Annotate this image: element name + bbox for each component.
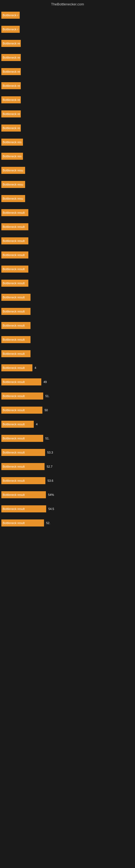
bar-row: Bottleneck result52.7 [1, 461, 132, 472]
bar-label: Bottleneck re [1, 96, 21, 103]
bar-label: Bottleneck result [1, 209, 28, 216]
bar-label: Bottleneck resu [1, 195, 25, 202]
page-header: TheBottlenecker.com [0, 0, 135, 7]
bar-label: Bottleneck res [1, 153, 23, 160]
bar-value: 51. [44, 437, 49, 440]
bar-row: Bottleneck re [1, 52, 132, 63]
bar-label: Bottleneck result [1, 449, 45, 456]
bar-label: Bottleneck result [1, 364, 32, 371]
bar-row: Bottleneck result51. [1, 391, 132, 401]
bar-row: Bottleneck result [1, 250, 132, 260]
bar-label: Bottleneck result [1, 280, 28, 287]
bar-value: 53.6 [46, 479, 53, 482]
bar-value: 50 [43, 408, 48, 412]
bar-label: Bottleneck result [1, 251, 28, 258]
bar-label: Bottleneck re [1, 54, 21, 61]
bar-row: Bottleneck result52. [1, 518, 132, 528]
bar-row: Bottleneck re [1, 38, 132, 49]
bar-label: Bottleneck resu [1, 167, 25, 174]
bar-row: Bottleneck resu [1, 193, 132, 204]
bar-row: Bottleneck result53.6 [1, 475, 132, 486]
bar-label: Bottleneck result [1, 421, 34, 428]
bar-row: Bottleneck result [1, 306, 132, 316]
bar-row: Bottleneck re [1, 66, 132, 77]
bar-label: Bottleneck result [1, 237, 28, 244]
bar-value: 53.3 [46, 451, 53, 454]
bar-row: Bottleneck result53.3 [1, 447, 132, 458]
bar-row: Bottleneck result [1, 292, 132, 303]
bar-label: Bottleneck r [1, 12, 20, 19]
bar-label: Bottleneck re [1, 82, 21, 89]
bar-row: Bottleneck resu [1, 179, 132, 190]
bar-label: Bottleneck result [1, 266, 28, 273]
bar-label: Bottleneck re [1, 68, 21, 75]
bar-value: 52. [45, 521, 50, 525]
bar-label: Bottleneck result [1, 322, 31, 329]
bar-row: Bottleneck result4 [1, 363, 132, 373]
bar-label: Bottleneck result [1, 491, 46, 498]
bar-row: Bottleneck re [1, 109, 132, 119]
bar-row: Bottleneck result50 [1, 405, 132, 415]
bar-label: Bottleneck result [1, 294, 31, 301]
bar-row: Bottleneck re [1, 123, 132, 133]
bar-label: Bottleneck r [1, 26, 20, 33]
bar-label: Bottleneck re [1, 40, 21, 47]
bar-label: Bottleneck result [1, 336, 31, 343]
bar-label: Bottleneck result [1, 407, 42, 414]
bar-row: Bottleneck result [1, 264, 132, 274]
bar-value: 51. [44, 394, 49, 398]
bar-label: Bottleneck result [1, 223, 28, 230]
bar-row: Bottleneck result [1, 335, 132, 345]
bar-label: Bottleneck result [1, 463, 45, 470]
bar-label: Bottleneck resu [1, 181, 25, 188]
bar-row: Bottleneck result [1, 236, 132, 246]
bar-row: Bottleneck res [1, 137, 132, 147]
bar-row: Bottleneck resu [1, 165, 132, 176]
bar-row: Bottleneck re [1, 95, 132, 105]
bar-row: Bottleneck result [1, 208, 132, 218]
bar-row: Bottleneck re [1, 81, 132, 91]
bar-label: Bottleneck result [1, 477, 45, 484]
bar-label: Bottleneck re [1, 111, 21, 118]
bar-row: Bottleneck result [1, 222, 132, 232]
bar-value: 54% [47, 493, 54, 496]
bar-row: Bottleneck result51. [1, 433, 132, 443]
chart-container: Bottleneck rBottleneck rBottleneck reBot… [0, 7, 135, 535]
bar-label: Bottleneck result [1, 393, 43, 400]
bar-value: 4 [34, 366, 36, 369]
bar-row: Bottleneck result54.5 [1, 504, 132, 514]
bar-row: Bottleneck r [1, 24, 132, 34]
bar-value: 54.5 [47, 507, 54, 510]
bar-row: Bottleneck result54% [1, 490, 132, 500]
bar-label: Bottleneck re [1, 124, 21, 131]
bar-label: Bottleneck res [1, 138, 23, 146]
bar-row: Bottleneck result4 [1, 419, 132, 429]
bar-row: Bottleneck result [1, 348, 132, 359]
bar-value: 52.7 [46, 465, 52, 468]
bar-row: Bottleneck result [1, 320, 132, 331]
bar-row: Bottleneck result49 [1, 377, 132, 387]
bar-label: Bottleneck result [1, 378, 41, 385]
bar-value: 4 [35, 423, 38, 426]
bar-row: Bottleneck result [1, 278, 132, 288]
bar-label: Bottleneck result [1, 435, 43, 442]
bar-row: Bottleneck res [1, 151, 132, 161]
bar-label: Bottleneck result [1, 520, 44, 527]
site-title: TheBottlenecker.com [51, 2, 84, 6]
bar-label: Bottleneck result [1, 308, 31, 315]
bar-label: Bottleneck result [1, 505, 46, 513]
bar-label: Bottleneck result [1, 350, 31, 357]
bar-value: 49 [42, 380, 47, 383]
bar-row: Bottleneck r [1, 10, 132, 20]
